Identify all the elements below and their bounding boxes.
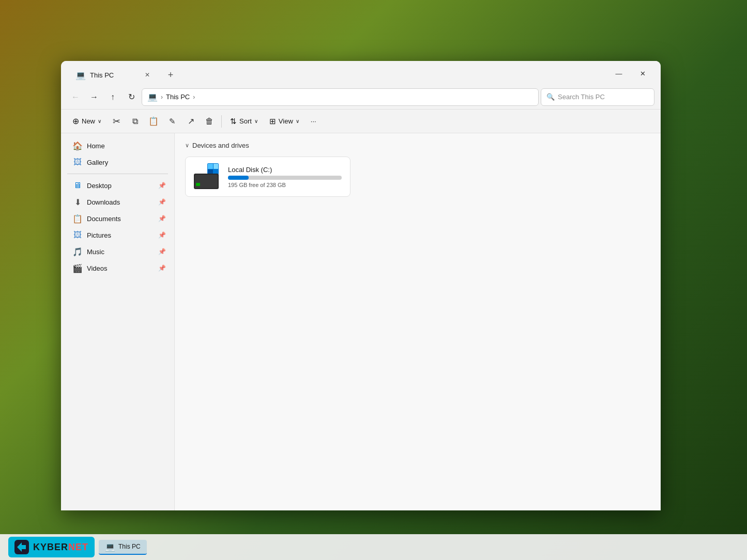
tab-close-button[interactable]: ✕ xyxy=(143,70,152,80)
paste-button[interactable]: 📋 xyxy=(145,113,162,130)
file-explorer-window: 💻 This PC ✕ + — ✕ ← → ↑ ↻ 💻 › Devices an… xyxy=(61,61,661,510)
drive-item-c[interactable]: Local Disk (C:) 195 GB free of 238 GB xyxy=(185,157,350,197)
svg-rect-4 xyxy=(214,169,218,174)
section-header: ∨ Devices and drives xyxy=(185,142,650,149)
drive-icon-c xyxy=(194,163,221,190)
sidebar-item-documents-label: Documents xyxy=(87,215,121,223)
gallery-icon: 🖼 xyxy=(72,158,83,167)
sidebar-item-pictures[interactable]: 🖼 Pictures 📌 xyxy=(63,227,172,243)
new-icon: ⊕ xyxy=(72,116,79,126)
address-chevron: › xyxy=(161,94,163,101)
search-bar[interactable]: 🔍 Search This PC xyxy=(541,88,654,106)
section-chevron: ∨ xyxy=(185,142,189,149)
view-icon: ⊞ xyxy=(269,117,276,126)
content-area: ∨ Devices and drives xyxy=(175,133,661,510)
sidebar-item-documents[interactable]: 📋 Documents 📌 xyxy=(63,210,172,227)
delete-button[interactable]: 🗑 xyxy=(201,113,218,130)
address-bar-area: ← → ↑ ↻ 💻 › Devices and drives This PC ›… xyxy=(61,85,661,110)
kybernet-text: KYBERNET xyxy=(33,542,88,553)
tab-title: This PC xyxy=(90,71,114,79)
downloads-pin-icon: 📌 xyxy=(158,198,166,206)
forward-button[interactable]: → xyxy=(86,89,102,105)
window-controls: — ✕ xyxy=(607,65,654,85)
sidebar-item-home-label: Home xyxy=(87,142,105,150)
main-area: 🏠 Home 🖼 Gallery 🖥 Desktop 📌 ⬇ Downloads… xyxy=(61,133,661,510)
svg-rect-2 xyxy=(214,164,218,169)
toolbar-separator xyxy=(221,115,222,128)
toolbar: ⊕ New ∨ ✂ ⧉ 📋 ✎ ↗ 🗑 ⇅ Sort ∨ ⊞ View ∨ ··… xyxy=(61,110,661,133)
address-path-main: This PC xyxy=(166,93,190,101)
taskbar: KYBERNET 💻 This PC xyxy=(0,534,747,560)
sidebar: 🏠 Home 🖼 Gallery 🖥 Desktop 📌 ⬇ Downloads… xyxy=(61,133,175,510)
sidebar-item-pictures-label: Pictures xyxy=(87,231,111,239)
new-tab-button[interactable]: + xyxy=(162,67,179,83)
sidebar-item-videos-label: Videos xyxy=(87,265,108,272)
drives-grid: Local Disk (C:) 195 GB free of 238 GB xyxy=(185,157,650,197)
address-chevron-2: › xyxy=(193,94,195,101)
sidebar-item-gallery-label: Gallery xyxy=(87,159,108,166)
address-icon: 💻 xyxy=(147,92,158,102)
more-button[interactable]: ··· xyxy=(306,113,322,130)
address-bar[interactable]: 💻 › Devices and drives This PC › xyxy=(142,88,539,106)
desktop-pin-icon: 📌 xyxy=(158,182,166,189)
sort-label: Sort xyxy=(239,117,252,125)
drive-bar-fill-c xyxy=(228,176,249,180)
view-label: View xyxy=(279,117,293,125)
copy-button[interactable]: ⧉ xyxy=(126,113,144,130)
downloads-icon: ⬇ xyxy=(72,197,83,207)
new-button[interactable]: ⊕ New ∨ xyxy=(67,113,106,130)
sidebar-item-home[interactable]: 🏠 Home xyxy=(63,137,172,154)
search-icon: 🔍 xyxy=(546,93,555,101)
music-icon: 🎵 xyxy=(72,247,83,257)
tab-icon: 💻 xyxy=(75,70,86,80)
sidebar-item-gallery[interactable]: 🖼 Gallery xyxy=(63,154,172,170)
sidebar-item-desktop[interactable]: 🖥 Desktop 📌 xyxy=(63,177,172,194)
window-tab[interactable]: 💻 This PC ✕ xyxy=(67,66,160,84)
taskbar-window-button[interactable]: 💻 This PC xyxy=(99,540,147,555)
view-chevron: ∨ xyxy=(296,118,299,124)
drive-free-c: 195 GB free of 238 GB xyxy=(228,182,342,188)
videos-icon: 🎬 xyxy=(72,263,83,273)
sort-button[interactable]: ⇅ Sort ∨ xyxy=(225,113,263,130)
rename-button[interactable]: ✎ xyxy=(163,113,181,130)
drive-info-c: Local Disk (C:) 195 GB free of 238 GB xyxy=(228,166,342,188)
close-button[interactable]: ✕ xyxy=(631,65,654,82)
new-label: New xyxy=(82,117,95,125)
documents-pin-icon: 📌 xyxy=(158,215,166,222)
documents-icon: 📋 xyxy=(72,214,83,224)
taskbar-window-icon: 💻 xyxy=(105,542,115,552)
taskbar-logo[interactable]: KYBERNET xyxy=(8,537,95,557)
svg-rect-3 xyxy=(208,169,213,174)
share-button[interactable]: ↗ xyxy=(182,113,200,130)
refresh-button[interactable]: ↻ xyxy=(123,89,140,105)
pictures-pin-icon: 📌 xyxy=(158,231,166,239)
sidebar-item-videos[interactable]: 🎬 Videos 📌 xyxy=(63,260,172,276)
sidebar-item-music[interactable]: 🎵 Music 📌 xyxy=(63,243,172,260)
sidebar-item-music-label: Music xyxy=(87,248,104,256)
svg-rect-6 xyxy=(195,175,218,188)
sidebar-item-downloads-label: Downloads xyxy=(87,198,120,206)
cut-button[interactable]: ✂ xyxy=(108,113,125,130)
sort-icon: ⇅ xyxy=(230,117,237,126)
new-chevron: ∨ xyxy=(98,118,101,124)
up-button[interactable]: ↑ xyxy=(104,89,121,105)
pictures-icon: 🖼 xyxy=(72,230,83,240)
drive-bar-bg-c xyxy=(228,176,342,180)
sidebar-separator xyxy=(67,174,168,174)
kybernet-logo-icon xyxy=(14,540,29,554)
svg-rect-1 xyxy=(208,164,213,169)
more-icon: ··· xyxy=(311,117,316,125)
desktop-icon: 🖥 xyxy=(72,181,83,190)
drive-name-c: Local Disk (C:) xyxy=(228,166,342,174)
taskbar-window-label: This PC xyxy=(118,543,141,550)
sidebar-item-desktop-label: Desktop xyxy=(87,182,112,190)
minimize-button[interactable]: — xyxy=(607,65,631,82)
sidebar-item-downloads[interactable]: ⬇ Downloads 📌 xyxy=(63,194,172,210)
section-title: Devices and drives xyxy=(192,142,249,149)
view-button[interactable]: ⊞ View ∨ xyxy=(264,113,304,130)
music-pin-icon: 📌 xyxy=(158,248,166,255)
sort-chevron: ∨ xyxy=(254,118,258,124)
back-button[interactable]: ← xyxy=(67,89,84,105)
title-bar: 💻 This PC ✕ + — ✕ xyxy=(61,61,661,85)
svg-rect-7 xyxy=(196,183,200,186)
